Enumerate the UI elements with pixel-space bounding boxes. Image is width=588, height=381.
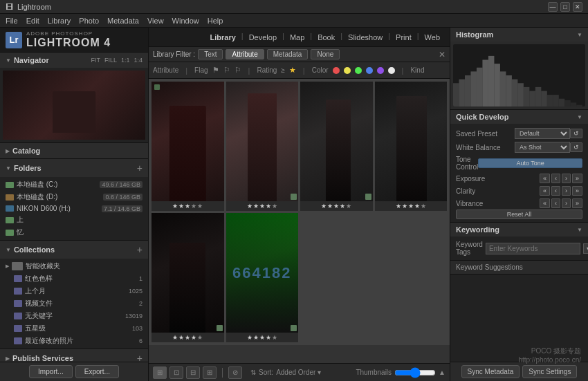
exposure-inc-big[interactable]: » — [572, 174, 582, 183]
close-button[interactable]: ✕ — [573, 2, 582, 12]
filter-none-button[interactable]: None — [311, 49, 340, 59]
flag-icon-flagged[interactable]: ⚐ — [223, 66, 230, 75]
compare-view-button[interactable]: ⊟ — [186, 366, 200, 379]
photo-cell[interactable]: ★★★★★ — [226, 82, 299, 211]
photo-cell-watermark[interactable]: 664182 ★★★★★ — [226, 213, 299, 342]
sort-value[interactable]: Added Order ▾ — [276, 369, 321, 376]
clarity-inc-big[interactable]: » — [572, 186, 582, 196]
module-tab-map[interactable]: Map — [287, 32, 307, 43]
rating-star-icon[interactable]: ★ — [289, 66, 296, 75]
collection-item[interactable]: 五星级 103 — [0, 322, 148, 335]
grid-view-button[interactable]: ⊞ — [153, 366, 167, 379]
collection-item[interactable]: 最近修改的照片 6 — [0, 335, 148, 347]
menu-photo[interactable]: Photo — [79, 17, 99, 25]
minimize-button[interactable]: — — [548, 2, 558, 12]
menu-metadata[interactable]: Metadata — [107, 17, 139, 25]
collection-item[interactable]: 无关键字 13019 — [0, 310, 148, 322]
flag-icon-unflagged[interactable]: ⚐ — [235, 66, 241, 75]
sort-arrows[interactable]: ⇅ — [250, 369, 256, 376]
publish-services-header[interactable]: ▶ Publish Services + — [0, 349, 148, 362]
saved-preset-select[interactable]: Default — [515, 128, 570, 139]
publish-add-button[interactable]: + — [137, 353, 143, 362]
folder-item[interactable]: 上 — [0, 214, 148, 226]
nav-fill[interactable]: FILL — [104, 57, 117, 64]
vibrance-dec[interactable]: ‹ — [551, 198, 560, 208]
quick-develop-header[interactable]: Quick Develop ▼ — [450, 110, 588, 124]
export-button[interactable]: Export... — [75, 365, 119, 378]
color-blue-dot[interactable] — [366, 67, 373, 74]
filter-close-button[interactable]: ✕ — [439, 50, 445, 59]
module-tab-slideshow[interactable]: Slideshow — [345, 32, 385, 43]
folder-item[interactable]: NIKON D600 (H:) 7.1 / 14.6 GB — [0, 203, 148, 214]
import-button[interactable]: Import... — [29, 365, 73, 378]
nav-fit[interactable]: FIT — [91, 57, 100, 64]
module-tab-book[interactable]: Book — [315, 32, 338, 43]
clarity-dec[interactable]: ‹ — [551, 186, 560, 196]
thumb-up-icon[interactable]: ▲ — [439, 369, 445, 376]
vibrance-inc-big[interactable]: » — [572, 198, 582, 208]
collections-header[interactable]: ▼ Collections + — [0, 241, 148, 259]
collections-add-button[interactable]: + — [137, 244, 143, 255]
vibrance-dec-big[interactable]: « — [540, 198, 550, 208]
keywording-content: Keyword Tags ▾ — [450, 236, 588, 260]
nav-1-4[interactable]: 1:4 — [134, 57, 143, 64]
histogram-header[interactable]: Histogram ▼ — [450, 28, 588, 41]
maximize-button[interactable]: □ — [560, 2, 570, 12]
collection-item[interactable]: 上个月 1025 — [0, 285, 148, 297]
saved-preset-reset[interactable]: ↺ — [570, 129, 582, 138]
clarity-inc[interactable]: › — [562, 186, 571, 196]
keyword-input[interactable] — [486, 243, 580, 254]
module-tab-web[interactable]: Web — [422, 32, 443, 43]
thumbnail-slider[interactable] — [394, 367, 436, 378]
exposure-dec-big[interactable]: « — [540, 174, 550, 183]
loupe-view-button[interactable]: ⊡ — [169, 366, 183, 379]
filter-icon-button[interactable]: ⊘ — [228, 366, 242, 379]
photo-cell[interactable]: ★★★★★ — [300, 82, 373, 211]
flag-icon-any[interactable]: ⚑ — [212, 66, 219, 75]
sync-settings-button[interactable]: Sync Settings — [522, 365, 577, 378]
menu-edit[interactable]: Edit — [26, 17, 39, 25]
photo-cell[interactable]: ★★★★★ — [375, 82, 448, 211]
navigator-header[interactable]: ▼ Navigator FIT FILL 1:1 1:4 — [0, 53, 148, 68]
menu-help[interactable]: Help — [208, 17, 223, 25]
survey-view-button[interactable]: ⊞ — [203, 366, 217, 379]
photo-cell[interactable]: ★★★★★ — [151, 213, 224, 342]
color-red-dot[interactable] — [333, 67, 340, 74]
keywording-header[interactable]: Keywording ▼ — [450, 223, 588, 236]
clarity-dec-big[interactable]: « — [540, 186, 550, 196]
color-yellow-dot[interactable] — [344, 67, 351, 74]
module-tab-develop[interactable]: Develop — [246, 32, 279, 43]
module-tab-library[interactable]: Library — [208, 32, 239, 43]
nav-1-1[interactable]: 1:1 — [121, 57, 130, 64]
filter-attribute-button[interactable]: Attribute — [226, 49, 264, 59]
collection-item[interactable]: 红色色样 1 — [0, 272, 148, 285]
folder-item[interactable]: 忆 — [0, 226, 148, 239]
exposure-inc[interactable]: › — [562, 174, 571, 183]
sync-metadata-button[interactable]: Sync Metadata — [461, 365, 520, 378]
photo-cell[interactable]: ★★★★★ — [151, 82, 224, 211]
folders-add-button[interactable]: + — [137, 162, 143, 174]
folders-header[interactable]: ▼ Folders + — [0, 159, 148, 177]
menu-file[interactable]: File — [6, 17, 18, 25]
white-balance-select[interactable]: As Shot — [515, 142, 570, 153]
catalog-header[interactable]: ▶ Catalog — [0, 143, 148, 158]
collection-group-item[interactable]: ▶ 智能收藏夹 — [0, 260, 148, 272]
collection-item[interactable]: 视频文件 2 — [0, 297, 148, 310]
module-tab-print[interactable]: Print — [393, 32, 414, 43]
white-balance-reset[interactable]: ↺ — [570, 142, 582, 152]
color-white-dot[interactable] — [388, 67, 395, 74]
vibrance-inc[interactable]: › — [562, 198, 571, 208]
auto-tone-button[interactable]: Auto Tone — [478, 158, 582, 168]
menu-library[interactable]: Library — [48, 17, 71, 25]
menu-window[interactable]: Window — [172, 17, 199, 25]
exposure-dec[interactable]: ‹ — [551, 174, 560, 183]
menu-view[interactable]: View — [147, 17, 164, 25]
keyword-add-button[interactable]: ▾ — [583, 243, 588, 254]
color-purple-dot[interactable] — [377, 67, 384, 74]
folder-item[interactable]: 本地磁盘 (D:) 0.6 / 146 GB — [0, 191, 148, 203]
filter-metadata-button[interactable]: Metadata — [267, 49, 309, 59]
color-green-dot[interactable] — [355, 67, 362, 74]
folder-item[interactable]: 本地磁盘 (C:) 49.6 / 146 GB — [0, 178, 148, 191]
filter-text-button[interactable]: Text — [198, 49, 223, 59]
reset-all-button[interactable]: Reset All — [456, 210, 582, 219]
